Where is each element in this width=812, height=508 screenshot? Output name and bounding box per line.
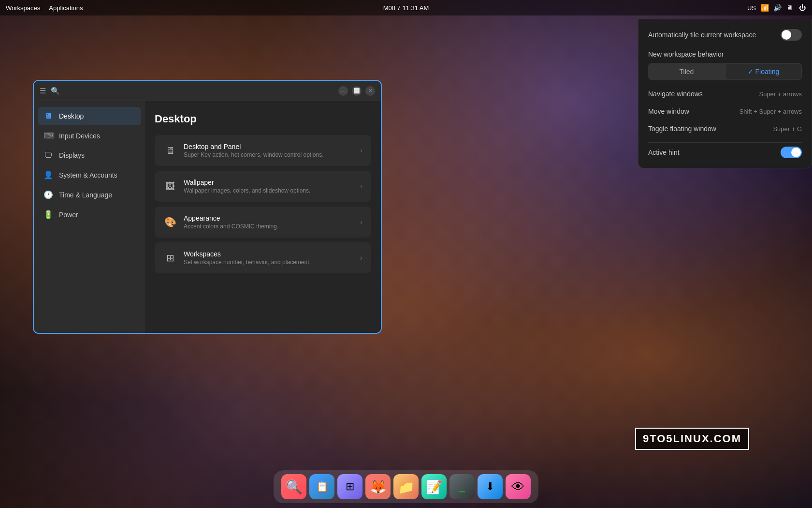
workspaces-card[interactable]: ⊞ Workspaces Set workspace number, behav… [155, 242, 371, 273]
desktop-panel-icon: 🖥 [163, 145, 177, 156]
sidebar-item-power[interactable]: 🔋 Power [38, 205, 141, 224]
minimize-button[interactable]: ─ [338, 86, 348, 96]
power-icon: ⏻ [798, 4, 806, 12]
sidebar-item-label: Power [59, 211, 78, 219]
main-content: Desktop 🖥 Desktop and Panel Super Key ac… [145, 101, 381, 333]
sidebar-item-displays[interactable]: 🖵 Displays [38, 146, 141, 164]
tiled-button[interactable]: Tiled [649, 64, 724, 79]
menu-icon[interactable]: ☰ [40, 87, 46, 95]
navigate-row: Navigate windows Super + arrows [648, 90, 802, 98]
sidebar-item-desktop[interactable]: 🖥 Desktop [38, 107, 141, 125]
watermark: 9TO5LINUX.COM [635, 428, 749, 450]
display-icon: 🖥 [786, 4, 794, 12]
panel-divider [648, 142, 802, 143]
page-title: Desktop [155, 113, 371, 125]
card-title: Wallpaper [184, 179, 310, 186]
eye-icon: 👁 [511, 479, 525, 495]
toggle-row: Toggle floating window Super + G [648, 125, 802, 133]
power-icon: 🔋 [44, 210, 53, 219]
terminal-icon: _ [459, 481, 464, 493]
auto-tile-toggle[interactable] [781, 29, 802, 41]
dock-notes[interactable]: 📝 [421, 474, 447, 499]
dock-app-grid[interactable]: ⊞ [337, 474, 362, 499]
close-button[interactable]: ✕ [365, 86, 375, 96]
appearance-icon: 🎨 [163, 216, 177, 228]
wallpaper-card[interactable]: 🖼 Wallpaper Wallpaper images, colors, an… [155, 171, 371, 202]
sidebar-item-label: Input Devices [59, 132, 100, 140]
appearance-card[interactable]: 🎨 Appearance Accent colors and COSMIC th… [155, 207, 371, 238]
toggle-label: Toggle floating window [648, 125, 716, 133]
applications-menu[interactable]: Applications [49, 4, 83, 12]
dock-firefox[interactable]: 🦊 [365, 474, 391, 499]
titlebar-left: ☰ 🔍 [40, 87, 60, 95]
files-icon: 📋 [316, 480, 329, 493]
chevron-right-icon: › [360, 254, 362, 262]
card-desc: Super Key action, hot corners, window co… [184, 151, 324, 158]
topbar-clock: M08 7 11:31 AM [383, 4, 429, 12]
card-desc: Accent colors and COSMIC theming. [184, 223, 278, 230]
system-accounts-icon: 👤 [44, 170, 53, 179]
card-title: Appearance [184, 214, 278, 222]
topbar-left: Workspaces Applications [6, 4, 83, 12]
dock-downloader[interactable]: ⬇ [478, 474, 503, 499]
displays-icon: 🖵 [44, 151, 53, 160]
move-row: Move window Shift + Super + arrows [648, 107, 802, 115]
chevron-right-icon: › [360, 182, 362, 191]
active-hint-toggle[interactable] [781, 147, 802, 158]
locale-indicator: US [747, 4, 756, 12]
firefox-icon: 🦊 [370, 479, 387, 495]
settings-sidebar: 🖥 Desktop ⌨ Input Devices 🖵 Displays 👤 S… [34, 101, 145, 333]
behavior-selector: Tiled ✓ Floating [648, 63, 802, 80]
active-hint-row: Active hint [648, 147, 802, 158]
taskbar-dock: 🔍 📋 ⊞ 🦊 📁 📝 _ ⬇ 👁 [274, 470, 538, 503]
floating-button[interactable]: ✓ Floating [726, 64, 801, 79]
desktop-panel-card[interactable]: 🖥 Desktop and Panel Super Key action, ho… [155, 135, 371, 166]
card-text: Desktop and Panel Super Key action, hot … [184, 143, 324, 158]
window-titlebar: ☰ 🔍 ─ ⬜ ✕ [34, 81, 381, 101]
window-controls: ─ ⬜ ✕ [338, 86, 375, 96]
magnifier-icon: 🔍 [286, 479, 303, 495]
notes-icon: 📝 [426, 479, 443, 495]
time-icon: 🕐 [44, 190, 53, 199]
folder-icon: 📁 [398, 479, 415, 495]
sidebar-item-label: System & Accounts [59, 171, 117, 179]
behavior-label: New workspace behavior [648, 50, 802, 58]
navigate-shortcut: Super + arrows [759, 90, 802, 98]
card-left: 🖼 Wallpaper Wallpaper images, colors, an… [163, 179, 310, 194]
sidebar-item-label: Desktop [59, 112, 84, 120]
workspace-settings-panel: Automatically tile current workspace New… [638, 19, 812, 168]
maximize-button[interactable]: ⬜ [352, 86, 362, 96]
new-workspace-behavior: New workspace behavior Tiled ✓ Floating [648, 50, 802, 80]
volume-icon: 🔊 [773, 4, 781, 12]
card-desc: Wallpaper images, colors, and slideshow … [184, 187, 310, 194]
chevron-right-icon: › [360, 146, 362, 155]
card-left: 🖥 Desktop and Panel Super Key action, ho… [163, 143, 324, 158]
dock-files[interactable]: 📋 [309, 474, 334, 499]
window-body: 🖥 Desktop ⌨ Input Devices 🖵 Displays 👤 S… [34, 101, 381, 333]
topbar-right: US 📶 🔊 🖥 ⏻ [747, 4, 806, 12]
move-label: Move window [648, 107, 689, 115]
card-text: Wallpaper Wallpaper images, colors, and … [184, 179, 310, 194]
sidebar-item-label: Time & Language [59, 191, 112, 199]
card-text: Workspaces Set workspace number, behavio… [184, 250, 311, 266]
dock-magnifier[interactable]: 🔍 [281, 474, 306, 499]
network-icon: 📶 [761, 4, 768, 12]
sidebar-item-input-devices[interactable]: ⌨ Input Devices [38, 126, 141, 145]
settings-window: ☰ 🔍 ─ ⬜ ✕ 🖥 Desktop ⌨ Input Devices 🖵 Di… [33, 80, 382, 334]
move-shortcut: Shift + Super + arrows [740, 108, 802, 115]
search-icon[interactable]: 🔍 [51, 87, 60, 95]
card-text: Appearance Accent colors and COSMIC them… [184, 214, 278, 230]
dock-folder[interactable]: 📁 [393, 474, 419, 499]
app-grid-icon: ⊞ [346, 480, 354, 493]
toggle-shortcut: Super + G [773, 125, 802, 133]
sidebar-item-label: Displays [59, 151, 85, 159]
input-devices-icon: ⌨ [44, 131, 53, 140]
workspaces-menu[interactable]: Workspaces [6, 4, 40, 12]
dock-eye[interactable]: 👁 [506, 474, 531, 499]
sidebar-item-system-accounts[interactable]: 👤 System & Accounts [38, 165, 141, 184]
auto-tile-label: Automatically tile current workspace [648, 31, 756, 39]
sidebar-item-time-language[interactable]: 🕐 Time & Language [38, 185, 141, 204]
desktop-icon: 🖥 [44, 112, 53, 120]
download-icon: ⬇ [486, 480, 494, 493]
dock-terminal[interactable]: _ [450, 474, 475, 499]
